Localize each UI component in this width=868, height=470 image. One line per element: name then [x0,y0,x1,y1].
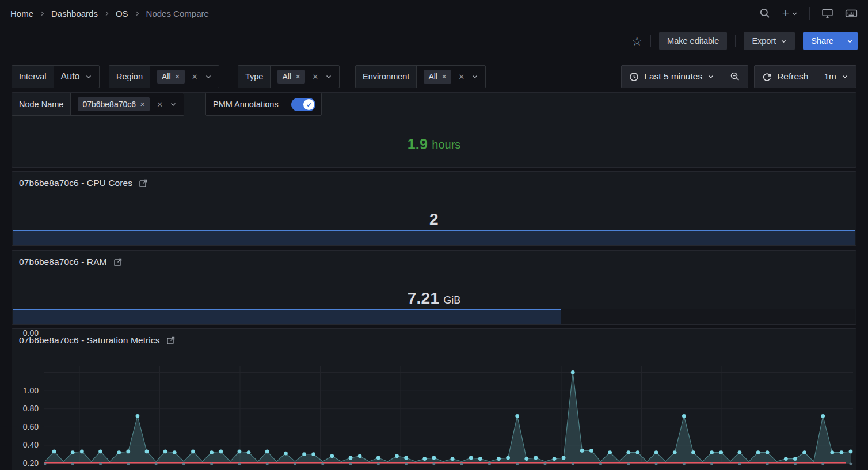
refresh-label: Refresh [777,71,808,82]
favorite-star-icon[interactable]: ☆ [631,35,642,47]
share-button-group: Share [803,32,858,50]
chevron-down-icon[interactable] [325,73,332,80]
time-range-label: Last 5 minutes [644,71,702,82]
breadcrumb-home[interactable]: Home [10,9,33,18]
chevron-down-icon [791,10,798,17]
region-chip-all[interactable]: All ✕ [157,70,185,84]
type-variable: Type All ✕ ✕ [238,65,340,88]
environment-select[interactable]: All ✕ ✕ [417,66,485,88]
breadcrumb: Home Dashboards OS Nodes Compare [10,9,209,18]
toggle-knob [303,99,314,110]
search-icon[interactable] [759,7,771,19]
environment-variable: Environment All ✕ ✕ [355,65,486,88]
region-chip-label: All [162,72,171,81]
remove-chip-icon[interactable]: ✕ [295,73,300,81]
zoom-out-time-range-button[interactable] [722,66,748,88]
remove-chip-icon[interactable]: ✕ [140,101,145,108]
plus-icon: + [782,7,789,19]
breadcrumb-current-page: Nodes Compare [146,9,209,18]
panel-ram: 07b6be8a70c6 - RAM 7.21 GiB [12,250,856,325]
share-button[interactable]: Share [803,32,842,50]
external-link-icon[interactable] [113,257,123,267]
clock-icon [629,72,639,82]
refresh-interval-select[interactable]: 1m [816,66,856,88]
y-axis-tick: 0.60 [12,423,39,431]
y-axis-tick: 0.40 [12,441,39,449]
ram-bar-fill [13,309,561,324]
ram-bar-gauge [13,309,855,324]
ram-unit: GiB [443,291,460,306]
y-axis-tick: 0.20 [12,459,39,467]
uptime-stat-value: 1.9 hours [12,133,856,155]
y-axis-tick: 1.00 [12,386,39,395]
pmm-annotations-toggle[interactable] [291,98,315,111]
saturation-chart-plot-area[interactable] [44,363,853,465]
monitor-icon[interactable] [821,7,833,19]
refresh-interval-value: 1m [824,71,836,82]
remove-chip-icon[interactable]: ✕ [441,73,447,81]
interval-select[interactable]: Auto [54,66,100,88]
node-name-select[interactable]: 07b6be8a70c6 ✕ ✕ [71,93,184,115]
panel-title[interactable]: 07b6be8a70c6 - RAM [19,257,107,267]
panel-cpu-cores: 07b6be8a70c6 - CPU Cores 2 [12,171,856,246]
cpu-cores-bar-gauge [13,230,855,245]
region-variable: Region All ✕ ✕ [109,65,219,88]
node-name-chip[interactable]: 07b6be8a70c6 ✕ [78,97,150,111]
region-select[interactable]: All ✕ ✕ [150,66,219,88]
environment-chip-all[interactable]: All ✕ [424,70,451,84]
breadcrumb-os[interactable]: OS [116,9,128,18]
chevron-right-icon [39,10,45,17]
type-select[interactable]: All ✕ ✕ [271,66,339,88]
node-name-variable: Node Name 07b6be8a70c6 ✕ ✕ [12,93,184,116]
chevron-down-icon[interactable] [170,101,177,108]
chevron-down-icon[interactable] [205,73,212,80]
environment-label: Environment [356,66,417,88]
refresh-icon [762,72,772,82]
remove-chip-icon[interactable]: ✕ [175,73,180,81]
cpu-cores-bar-fill [13,230,855,245]
divider [735,35,736,47]
time-range-picker[interactable]: Last 5 minutes [622,66,722,88]
node-name-chip-label: 07b6be8a70c6 [82,100,136,109]
panel-title[interactable]: 07b6be8a70c6 - CPU Cores [19,178,132,188]
type-label: Type [238,66,271,88]
interval-value: Auto [61,71,80,82]
uptime-value: 1.9 [408,136,428,153]
dashboard-action-bar: ☆ Make editable Export Share [0,26,868,55]
node-name-label: Node Name [12,93,71,115]
make-editable-button[interactable]: Make editable [659,32,727,50]
chevron-down-icon[interactable] [85,73,92,80]
clear-selection-icon[interactable]: ✕ [155,100,164,109]
breadcrumb-dashboards[interactable]: Dashboards [51,9,98,18]
share-options-button[interactable] [842,32,858,50]
external-link-icon[interactable] [139,179,148,188]
keyboard-icon[interactable] [845,7,858,19]
cpu-cores-stat-value: 2 [12,209,856,230]
divider [650,35,651,47]
external-link-icon[interactable] [166,336,176,345]
chevron-right-icon [134,10,140,17]
refresh-button[interactable]: Refresh [755,66,816,88]
clear-selection-icon[interactable]: ✕ [457,73,466,81]
chevron-down-icon[interactable] [471,73,478,80]
zoom-out-icon [730,71,740,82]
check-icon [306,101,312,108]
time-controls: Last 5 minutes Refresh 1m [621,65,856,88]
pmm-annotations-label: PMM Annotations [206,93,285,115]
time-picker-group: Last 5 minutes [621,65,748,88]
uptime-unit: hours [432,137,460,151]
add-new-button[interactable]: + [782,7,798,19]
chevron-down-icon [707,73,714,80]
panel-title[interactable]: 07b6be8a70c6 - Saturation Metrics [19,335,160,346]
panel-saturation-metrics: 07b6be8a70c6 - Saturation Metrics 1.00 0… [12,328,856,470]
export-button[interactable]: Export [744,32,795,50]
ram-stat-value: 7.21 GiB [12,287,856,309]
interval-variable: Interval Auto [12,65,100,88]
clear-selection-icon[interactable]: ✕ [311,73,319,81]
y-axis-tick: 0.00 [12,329,39,337]
type-chip-all[interactable]: All ✕ [277,70,305,84]
chevron-down-icon [842,73,848,80]
clear-selection-icon[interactable]: ✕ [191,73,199,81]
divider [809,7,810,20]
chevron-down-icon [781,38,787,44]
